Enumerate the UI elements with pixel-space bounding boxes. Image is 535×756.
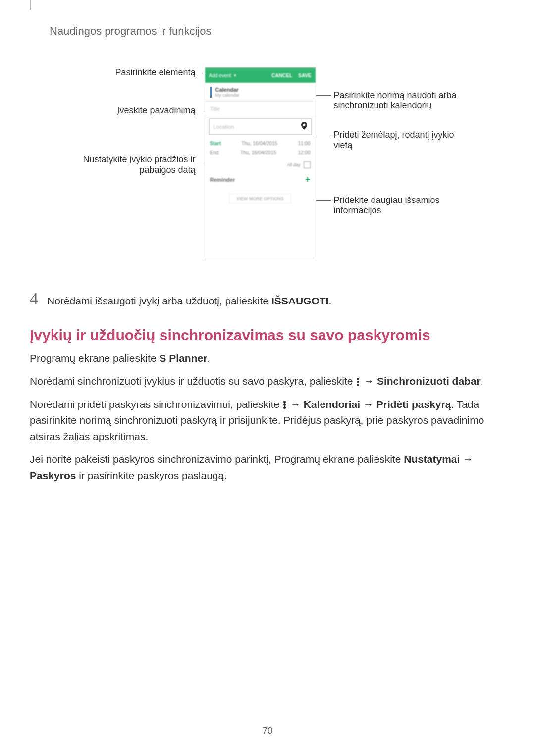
phone-end-label: End	[210, 150, 219, 155]
phone-start-time: 11:00	[298, 141, 310, 146]
phone-add-event-label: Add event	[209, 73, 231, 78]
phone-save: SAVE	[298, 73, 312, 78]
p4-prefix: Jei norite pakeisti paskyros sinchroniza…	[30, 454, 404, 465]
p4-bold1: Nustatymai	[404, 454, 460, 465]
phone-end-time: 12:00	[298, 150, 310, 155]
phone-title-field: Title	[210, 106, 311, 112]
step-text: Norėdami išsaugoti įvykį arba užduotį, p…	[47, 290, 331, 309]
p4-rest: ir pasirinkite paskyros paslaugą.	[76, 470, 227, 481]
callout-more-info: Pridėkite daugiau išsamios informacijos	[325, 195, 470, 216]
callout-select-element: Pasirinkite elementą	[66, 67, 205, 78]
phone-location-field: Location	[214, 124, 301, 130]
callout-set-dates: Nustatykite įvykio pradžios ir pabaigos …	[66, 154, 205, 175]
p4-bold2: Paskyros	[30, 470, 76, 481]
p3-bold2: Pridėti paskyrą	[376, 399, 451, 410]
phone-cancel: CANCEL	[271, 73, 292, 78]
section-title: Įvykių ir užduočių sinchronizavimas su s…	[30, 327, 505, 344]
callout-select-calendar: Pasirinkite norimą naudoti arba sinchron…	[325, 90, 470, 111]
p3-bold1: Kalendoriai	[304, 399, 360, 410]
step-text-prefix: Norėdami išsaugoti įvykį arba užduotį, p…	[47, 295, 271, 306]
paragraph-3: Norėdami pridėti paskyras sinchronizavim…	[30, 397, 505, 445]
step-text-bold: IŠSAUGOTI	[271, 295, 329, 306]
step-number: 4	[30, 290, 38, 307]
p2-suffix: .	[481, 375, 483, 387]
phone-screenshot: Add event ▼ CANCEL SAVE Calendar My cale…	[205, 67, 316, 260]
phone-start-date: Thu, 16/04/2015	[241, 141, 277, 146]
more-options-icon	[283, 400, 286, 410]
phone-allday-checkbox	[304, 161, 311, 168]
arrow: →	[360, 399, 376, 410]
paragraph-1: Programų ekrane palieskite S Planner.	[30, 351, 505, 367]
arrow: →	[460, 454, 473, 465]
p2-prefix: Norėdami sinchronizuoti įvykius ir užduo…	[30, 375, 356, 387]
step-4: 4 Norėdami išsaugoti įvykį arba užduotį,…	[30, 290, 505, 309]
dropdown-caret-icon: ▼	[233, 73, 237, 78]
p2-bold: Sinchronizuoti dabar	[377, 375, 481, 387]
paragraph-2: Norėdami sinchronizuoti įvykius ir užduo…	[30, 373, 505, 390]
phone-calendar-sub: My calendar	[215, 93, 311, 98]
phone-end-date: Thu, 16/04/2015	[240, 150, 276, 155]
arrow: →	[361, 375, 377, 387]
step-text-suffix: .	[328, 295, 331, 306]
phone-allday-label: All day	[287, 162, 300, 167]
arrow: →	[287, 399, 304, 410]
p1-bold: S Planner	[159, 353, 207, 364]
page-number: 70	[0, 725, 535, 736]
plus-icon: +	[305, 174, 311, 185]
callout-add-map: Pridėti žemėlapį, rodantį įvykio vietą	[325, 130, 470, 151]
p3-prefix: Norėdami pridėti paskyras sinchronizavim…	[30, 399, 282, 410]
annotated-diagram: Pasirinkite elementą Įveskite pavadinimą…	[30, 67, 505, 260]
callout-enter-name: Įveskite pavadinimą	[66, 105, 205, 116]
p1-prefix: Programų ekrane palieskite	[30, 353, 159, 364]
more-options-icon	[357, 377, 360, 387]
p1-suffix: .	[207, 353, 210, 364]
paragraph-4: Jei norite pakeisti paskyros sinchroniza…	[30, 452, 505, 484]
phone-view-more: VIEW MORE OPTIONS	[229, 194, 291, 203]
page-header: Naudingos programos ir funkcijos	[50, 25, 505, 38]
phone-start-label: Start	[210, 141, 221, 146]
phone-reminder-label: Reminder	[210, 177, 235, 183]
phone-calendar-label: Calendar	[215, 87, 311, 93]
phone-header: Add event ▼ CANCEL SAVE	[205, 68, 316, 83]
location-pin-icon	[301, 122, 307, 131]
phone-location-row: Location	[209, 118, 312, 135]
